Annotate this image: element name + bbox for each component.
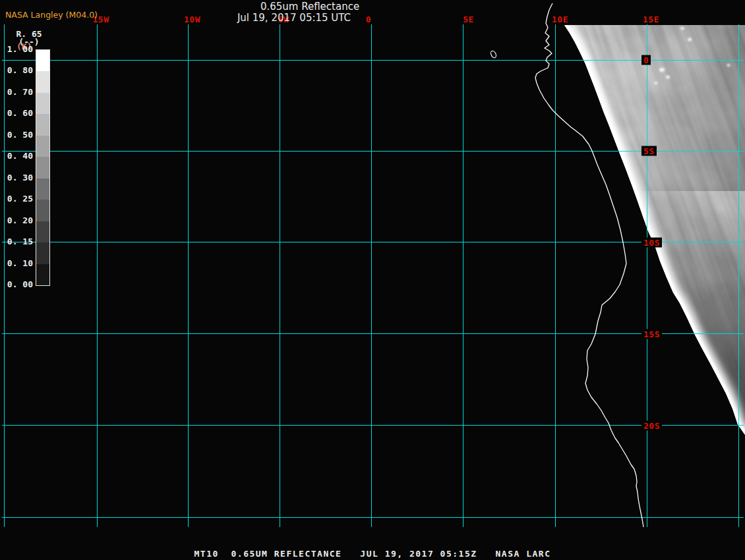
colorbar-tick-0.20: 0. 20 — [5, 216, 33, 225]
colorbar-tick-0.30: 0. 30 — [5, 173, 33, 182]
lon-label-10E: 10E — [552, 15, 568, 24]
colorbar-tick-0.70: 0. 70 — [5, 88, 33, 97]
lon-label-0: 0 — [366, 15, 371, 24]
colorbar-step-3 — [36, 114, 49, 135]
colorbar-tick-0.40: 0. 40 — [5, 152, 33, 161]
colorbar-step-2 — [36, 93, 49, 114]
colorbar-tick-1.00: 1. 00 — [5, 45, 33, 54]
lon-label-10W: 10W — [184, 15, 200, 24]
colorbar-step-6 — [36, 179, 49, 200]
colorbar-strip — [36, 49, 50, 286]
footer-bar: MT10 0.65UM REFLECTANCE JUL 19, 2017 05:… — [0, 546, 745, 560]
lon-label-5E: 5E — [463, 15, 474, 24]
colorbar-tick-0.15: 0. 15 — [5, 237, 33, 246]
colorbar-step-8 — [36, 221, 49, 242]
lat-label-5S: 5S — [641, 146, 657, 156]
lat-label-0: 0 — [641, 55, 651, 65]
footer-text: MT10 0.65UM REFLECTANCE JUL 19, 2017 05:… — [194, 549, 551, 559]
colorbar-tick-0.50: 0. 50 — [5, 130, 33, 140]
colorbar-step-0 — [36, 50, 49, 71]
colorbar-tick-0.25: 0. 25 — [5, 194, 33, 204]
colorbar-step-5 — [36, 157, 49, 178]
page-subtitle: Jul 19, 2017 05:15 UTC — [237, 12, 351, 24]
lon-label-15E: 15E — [643, 15, 659, 24]
colorbar-tick-0.00: 0. 00 — [5, 280, 33, 289]
credit-label: NASA Langley (M04.0) — [5, 10, 98, 20]
satellite-map — [0, 0, 745, 560]
lat-label-15S: 15S — [641, 329, 662, 339]
colorbar-step-1 — [36, 71, 49, 92]
colorbar-step-9 — [36, 242, 49, 264]
colorbar-tick-0.60: 0. 60 — [5, 109, 33, 118]
lat-label-10S: 10S — [641, 237, 662, 247]
island-outline — [490, 50, 497, 59]
day-imagery — [357, 0, 745, 560]
colorbar-step-7 — [36, 200, 49, 221]
page-title: 0.65um Reflectance — [260, 1, 359, 13]
viewer-root: 15W10W5W05E10E15E05S10S15S20S NASA Langl… — [0, 0, 745, 560]
lat-label-20S: 20S — [641, 420, 662, 430]
colorbar-tick-0.10: 0. 10 — [5, 259, 33, 268]
colorbar: R. 65 (--) (K) 1. 000. 800. 700. 600. 50… — [5, 29, 55, 294]
colorbar-tick-0.80: 0. 80 — [5, 66, 33, 75]
colorbar-step-10 — [36, 264, 49, 285]
colorbar-step-4 — [36, 136, 49, 157]
